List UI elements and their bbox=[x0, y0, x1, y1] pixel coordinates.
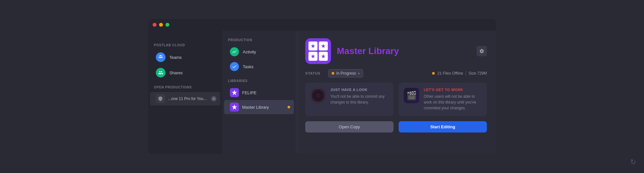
just-look-card-content: JUST HAVE A LOOK You'll not be able to c… bbox=[330, 88, 388, 105]
sidebar-middle: Production Activity Tasks Librar bbox=[222, 31, 296, 154]
sidebar-left: Postlab Cloud Teams Shares Open Producti… bbox=[148, 31, 222, 154]
library-big-icon bbox=[305, 38, 331, 64]
just-look-title: JUST HAVE A LOOK bbox=[330, 88, 388, 92]
sidebar-item-shares-label: Shares bbox=[169, 70, 183, 75]
production-close-button[interactable]: ✕ bbox=[211, 96, 216, 101]
status-info: 21 Files Offline Size 729M bbox=[432, 71, 487, 76]
fcp-icon: 🎬 bbox=[404, 88, 419, 103]
production-item-name: ...one 11 Pro for Youtube bbox=[168, 96, 208, 101]
files-offline-dot bbox=[432, 72, 435, 75]
actions-row: Open Copy Start Editing bbox=[305, 121, 487, 132]
library-item-felipe[interactable]: FELIPE bbox=[224, 86, 294, 100]
activity-icon bbox=[230, 47, 239, 56]
status-dot bbox=[332, 72, 334, 75]
sidebar-item-tasks[interactable]: Tasks bbox=[224, 59, 294, 74]
status-row: STATUS In Progress ▾ 21 Files Offline Si… bbox=[305, 69, 487, 77]
star-cell-1 bbox=[308, 41, 317, 50]
cards-row: JUST HAVE A LOOK You'll not be able to c… bbox=[305, 83, 487, 116]
sidebar-item-teams-label: Teams bbox=[169, 55, 182, 60]
libraries-section: Libraries FELIPE Master L bbox=[222, 79, 296, 114]
titlebar bbox=[148, 19, 496, 31]
refresh-icon[interactable]: ↻ bbox=[629, 158, 638, 167]
sidebar-item-activity[interactable]: Activity bbox=[224, 45, 294, 59]
master-library-label: Master Library bbox=[242, 105, 284, 110]
just-look-card: JUST HAVE A LOOK You'll not be able to c… bbox=[305, 83, 393, 116]
files-offline-text: 21 Files Offline bbox=[437, 71, 463, 76]
sidebar-item-shares[interactable]: Shares bbox=[150, 65, 220, 80]
minimize-button[interactable] bbox=[159, 23, 163, 27]
libraries-section-label: Libraries bbox=[222, 79, 296, 85]
vinyl-icon bbox=[310, 88, 326, 103]
status-value: In Progress bbox=[336, 71, 356, 76]
sidebar-item-activity-label: Activity bbox=[243, 50, 256, 54]
sidebar-item-teams[interactable]: Teams bbox=[150, 50, 220, 65]
sidebar-item-tasks-label: Tasks bbox=[243, 64, 253, 69]
start-editing-button[interactable]: Start Editing bbox=[399, 121, 487, 132]
production-item-iphone11[interactable]: ...one 11 Pro for Youtube ✕ bbox=[150, 92, 220, 105]
star-cell-4 bbox=[319, 52, 328, 61]
shares-icon bbox=[156, 68, 166, 77]
lets-work-card: 🎬 LET'S GET TO WORK Other users will not… bbox=[399, 83, 487, 116]
felipe-library-icon bbox=[230, 88, 239, 97]
library-item-master[interactable]: Master Library bbox=[224, 100, 294, 114]
just-look-description: You'll not be able to commit any changes… bbox=[330, 94, 388, 105]
open-productions-label: Open Productions bbox=[148, 86, 222, 92]
star-cell-2 bbox=[319, 41, 328, 50]
master-library-status-dot bbox=[288, 106, 290, 108]
size-text: Size 729M bbox=[469, 71, 487, 76]
settings-button[interactable] bbox=[477, 46, 487, 56]
open-copy-button[interactable]: Open Copy bbox=[305, 121, 393, 132]
maximize-button[interactable] bbox=[166, 23, 169, 27]
app-window: Postlab Cloud Teams Shares Open Producti… bbox=[148, 19, 496, 154]
status-label: STATUS bbox=[305, 71, 320, 75]
lets-work-description: Other users will not be able to work on … bbox=[424, 94, 482, 111]
main-content: Master Library STATUS In Progress ▾ 2 bbox=[296, 31, 496, 154]
status-select[interactable]: In Progress ▾ bbox=[328, 69, 363, 77]
library-title: Master Library bbox=[337, 46, 471, 56]
master-library-icon bbox=[230, 103, 239, 112]
production-section-label: Production bbox=[222, 38, 296, 44]
lets-work-title: LET'S GET TO WORK bbox=[424, 88, 482, 92]
production-item-icon bbox=[156, 94, 165, 103]
tasks-icon bbox=[230, 62, 239, 71]
team-icon bbox=[156, 52, 166, 62]
library-header: Master Library bbox=[305, 38, 487, 64]
lets-work-card-content: LET'S GET TO WORK Other users will not b… bbox=[424, 88, 482, 111]
felipe-library-label: FELIPE bbox=[242, 90, 290, 95]
chevron-down-icon: ▾ bbox=[358, 72, 360, 75]
star-cell-3 bbox=[308, 52, 317, 61]
close-button[interactable] bbox=[153, 23, 156, 27]
status-divider bbox=[466, 71, 466, 76]
window-body: Postlab Cloud Teams Shares Open Producti… bbox=[148, 31, 496, 154]
postlab-cloud-label: Postlab Cloud bbox=[148, 43, 222, 50]
